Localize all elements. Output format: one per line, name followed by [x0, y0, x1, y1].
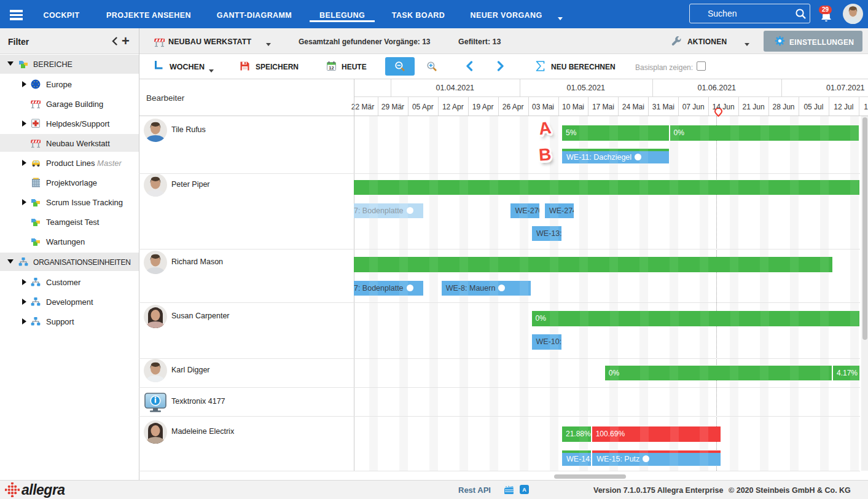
svg-text:12: 12 — [329, 65, 334, 71]
svg-text:A: A — [522, 487, 526, 493]
